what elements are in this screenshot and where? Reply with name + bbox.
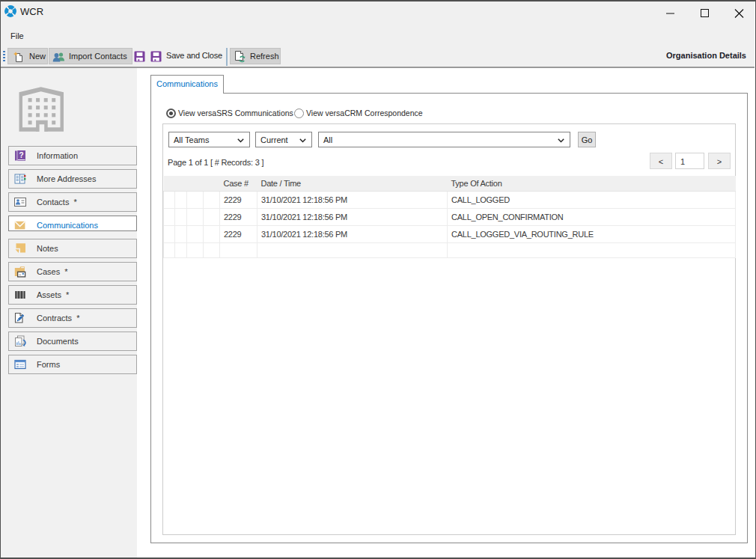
svg-text:?: ? — [19, 151, 23, 159]
